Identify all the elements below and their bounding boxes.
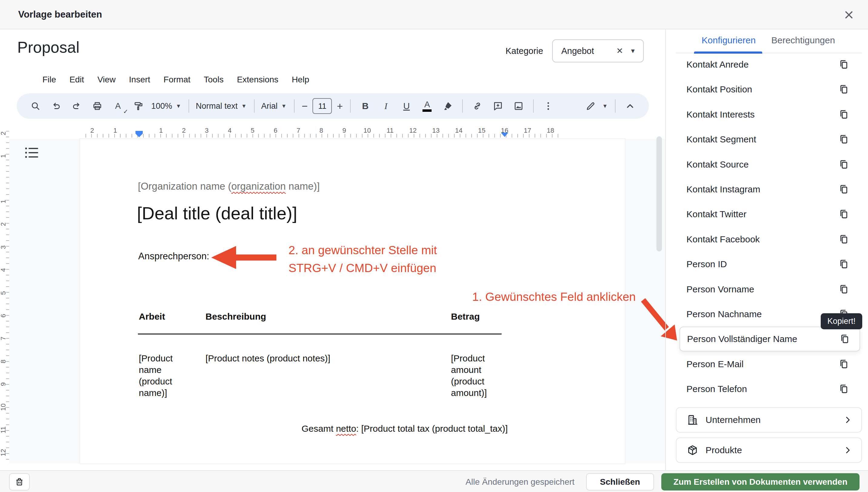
sidebar-field-kontakt-instagram[interactable]: Kontakt Instagram (676, 177, 862, 202)
sidebar-field-kontakt-anrede[interactable]: Kontakt Anrede (676, 52, 862, 77)
close-button[interactable]: Schließen (586, 473, 654, 491)
document-scrollbar-thumb[interactable] (656, 136, 662, 251)
menu-tools[interactable]: Tools (197, 72, 230, 87)
copy-icon[interactable] (839, 183, 849, 195)
copy-icon[interactable] (839, 383, 849, 395)
zoom-caret-icon[interactable]: ▼ (176, 103, 181, 109)
sidebar-field-kontakt-position[interactable]: Kontakt Position (676, 77, 862, 102)
close-icon (844, 10, 854, 20)
font-size-input[interactable]: 11 (312, 98, 332, 114)
sidebar-field-person-e-mail[interactable]: Person E-Mail (676, 352, 862, 376)
copy-icon[interactable] (839, 59, 849, 70)
ruler-number: 2 (90, 127, 94, 134)
text-color-button[interactable]: A (420, 99, 434, 113)
sidebar-field-kontakt-twitter[interactable]: Kontakt Twitter (676, 202, 862, 227)
menu-insert[interactable]: Insert (122, 72, 157, 87)
ruler-number: 7 (0, 334, 7, 343)
collapse-toolbar-icon[interactable] (623, 99, 637, 113)
field-label: Kontakt Twitter (686, 209, 839, 219)
insert-link-icon[interactable] (471, 99, 484, 113)
search-icon[interactable] (29, 99, 42, 113)
delete-template-button[interactable] (9, 473, 30, 491)
tab-konfigurieren[interactable]: Konfigurieren (702, 35, 755, 45)
redo-icon[interactable] (70, 99, 83, 113)
section-label: Unternehmen (705, 415, 843, 425)
font-caret-icon[interactable]: ▼ (281, 103, 287, 109)
copy-icon[interactable] (840, 333, 850, 345)
copy-icon[interactable] (839, 159, 849, 170)
organization-placeholder-text: [Organization name (organization name)] (138, 180, 320, 192)
font-size-decrease-button[interactable]: − (302, 100, 308, 112)
print-icon[interactable] (91, 99, 104, 113)
chevron-right-icon (843, 446, 852, 455)
copy-icon[interactable] (839, 208, 849, 220)
copy-icon[interactable] (839, 284, 849, 295)
underline-button[interactable]: U (400, 99, 413, 113)
paragraph-style-select[interactable]: Normal text (196, 101, 238, 111)
ruler-number: 17 (524, 127, 531, 134)
save-status-text: Alle Änderungen gespeichert (465, 477, 575, 487)
menu-extensions[interactable]: Extensions (230, 72, 285, 87)
menu-edit[interactable]: Edit (63, 72, 91, 87)
font-select[interactable]: Arial (261, 101, 278, 111)
copy-icon[interactable] (839, 259, 849, 270)
ruler-number: 14 (455, 127, 462, 134)
menu-format[interactable]: Format (157, 72, 197, 87)
ruler-number: 13 (432, 127, 439, 134)
zoom-select[interactable]: 100% (151, 101, 172, 111)
copy-icon[interactable] (839, 133, 849, 145)
menu-view[interactable]: View (91, 72, 122, 87)
category-dropdown[interactable]: Angebot ✕ ▼ (552, 40, 644, 63)
font-size-increase-button[interactable]: + (337, 100, 343, 112)
paint-format-icon[interactable] (132, 99, 145, 113)
copy-icon[interactable] (839, 109, 849, 120)
editing-mode-pencil-icon[interactable] (584, 99, 597, 113)
sidebar-field-kontakt-facebook[interactable]: Kontakt Facebook (676, 227, 862, 252)
toolbar-divider (254, 99, 255, 113)
category-clear-icon[interactable]: ✕ (617, 46, 623, 56)
style-caret-icon[interactable]: ▼ (241, 103, 247, 109)
editing-mode-caret-icon[interactable]: ▼ (602, 103, 608, 109)
copy-icon[interactable] (839, 233, 849, 245)
sidebar-field-kontakt-segment[interactable]: Kontakt Segment (676, 127, 862, 152)
tab-berechtigungen[interactable]: Berechtigungen (771, 35, 835, 45)
ruler-number: 4 (228, 127, 232, 134)
section-card-unternehmen[interactable]: Unternehmen (676, 407, 862, 433)
sidebar-field-kontakt-interests[interactable]: Kontakt Interests (676, 102, 862, 127)
ruler-number: 2 (0, 129, 7, 138)
ruler-number: 12 (0, 448, 7, 457)
sidebar-field-kontakt-source[interactable]: Kontakt Source (676, 152, 862, 177)
table-header-betrag: Betrag (451, 312, 480, 322)
sidebar-field-person-id[interactable]: Person ID (676, 252, 862, 277)
sidebar-field-person-telefon[interactable]: Person Telefon (676, 376, 862, 401)
copy-icon[interactable] (839, 83, 849, 95)
italic-button[interactable]: I (379, 99, 392, 113)
document-outline-icon[interactable] (24, 146, 39, 159)
section-card-produkte[interactable]: Produkte (676, 438, 862, 463)
insert-image-icon[interactable] (512, 99, 525, 113)
table-cell-product-notes: [Product notes (product notes)] (206, 353, 424, 364)
table-divider-line (138, 334, 502, 335)
ruler-number: 6 (0, 311, 7, 320)
copy-icon[interactable] (839, 359, 849, 370)
bold-button[interactable]: B (359, 99, 372, 113)
menu-help[interactable]: Help (285, 72, 316, 87)
close-modal-button[interactable] (841, 7, 857, 22)
menu-file[interactable]: File (36, 72, 63, 87)
highlight-color-icon[interactable] (441, 99, 454, 113)
spellcheck-icon[interactable]: A✓ (111, 99, 125, 113)
ruler-number: 1 (0, 197, 7, 206)
annotation-arrow-diagonal (640, 296, 679, 342)
field-label: Kontakt Anrede (686, 59, 839, 70)
use-for-documents-button[interactable]: Zum Erstellen von Dokumenten verwenden (661, 473, 860, 491)
undo-icon[interactable] (49, 99, 63, 113)
total-net-line: Gesamt netto: [Product total tax (produc… (302, 423, 508, 434)
field-label: Kontakt Facebook (686, 234, 839, 245)
field-label: Kontakt Position (686, 84, 839, 95)
add-comment-icon[interactable] (491, 99, 505, 113)
sidebar-field-person-vollst-ndiger-name[interactable]: Person Vollständiger Name (679, 326, 860, 351)
chevron-down-icon[interactable]: ▼ (630, 48, 636, 54)
table-cell-product-amount: [Product amount (product amount)] (451, 353, 493, 399)
more-options-icon[interactable] (541, 99, 555, 113)
sidebar-field-person-vorname[interactable]: Person Vorname (676, 277, 862, 302)
